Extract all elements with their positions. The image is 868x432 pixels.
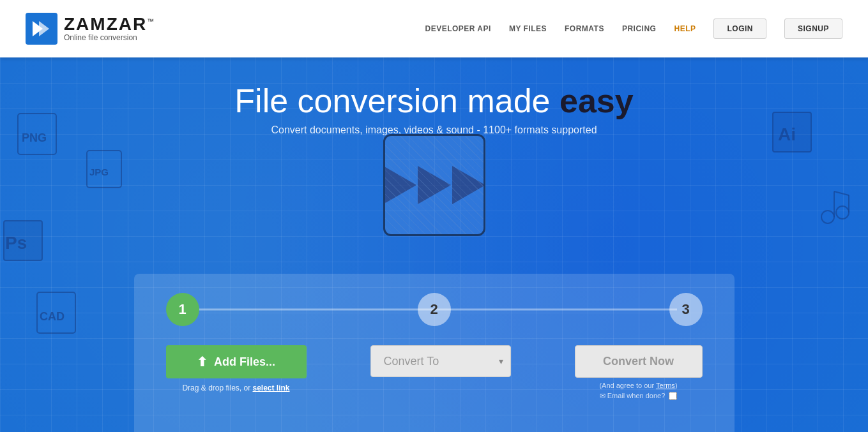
step-2: 2 [418, 293, 451, 326]
nav-formats[interactable]: FORMATS [565, 24, 604, 33]
convert-now-button[interactable]: Convert Now [575, 345, 703, 378]
main-hero: File conversion made easy Convert docume… [0, 57, 868, 432]
sketch-ai: Ai [769, 108, 817, 156]
conversion-panel: 1 2 3 ⬆ Add Files... Drag & drop files, … [134, 274, 735, 432]
terms-static: (And agree to our [599, 382, 655, 389]
triple-play-icon [383, 166, 485, 204]
select-link[interactable]: select link [253, 384, 290, 392]
svg-marker-1 [39, 21, 49, 36]
add-files-button[interactable]: ⬆ Add Files... [166, 345, 307, 378]
signup-button[interactable]: SIGNUP [784, 19, 842, 39]
sketch-ps: Ps [0, 217, 48, 265]
step-1-number: 1 [178, 301, 186, 318]
play-triangle-3 [452, 166, 485, 204]
svg-text:CAD: CAD [40, 310, 65, 323]
convert-to-select[interactable]: Convert To MP4 MP3 JPG PNG PDF DOC DOCX … [370, 345, 511, 377]
hero-title: File conversion made easy [234, 83, 633, 119]
hero-title-bold: easy [560, 82, 634, 119]
step-1: 1 [166, 293, 199, 326]
step-3-number: 3 [681, 301, 689, 318]
nav-links: DEVELOPER API MY FILES FORMATS PRICING H… [425, 19, 842, 39]
svg-point-12 [821, 211, 834, 223]
sketch-music-note [814, 185, 855, 227]
logo-area: ZAMZAR™ Online file conversion [26, 13, 155, 45]
logo-name-text: ZAMZAR [64, 14, 147, 34]
hero-text: File conversion made easy Convert docume… [234, 83, 633, 136]
sketch-jpg: JPG [83, 147, 128, 191]
nav-help[interactable]: HELP [674, 24, 696, 33]
email-row: ✉ Email when done? [600, 392, 678, 400]
center-logo-box [383, 134, 485, 236]
convert-to-col: Convert To MP4 MP3 JPG PNG PDF DOC DOCX … [370, 345, 511, 377]
terms-link[interactable]: Terms [656, 382, 675, 389]
center-logo [383, 134, 485, 236]
svg-text:Ai: Ai [778, 124, 796, 144]
header: ZAMZAR™ Online file conversion DEVELOPER… [0, 0, 868, 57]
sketch-cad: CAD [32, 287, 83, 338]
hero-title-normal: File conversion made [234, 82, 560, 119]
terms-end: ) [675, 382, 678, 389]
upload-icon: ⬆ [197, 354, 208, 369]
terms-text: (And agree to our Terms) [599, 382, 677, 389]
nav-my-files[interactable]: MY FILES [509, 24, 547, 33]
email-checkbox[interactable] [669, 392, 677, 400]
logo-tagline: Online file conversion [64, 33, 155, 42]
email-label: ✉ Email when done? [600, 392, 666, 400]
drag-drop-static: Drag & drop files, or [182, 384, 252, 392]
drag-drop-text: Drag & drop files, or select link [182, 384, 289, 392]
svg-text:JPG: JPG [89, 167, 109, 177]
logo-text: ZAMZAR™ Online file conversion [64, 15, 155, 42]
add-files-col: ⬆ Add Files... Drag & drop files, or sel… [166, 345, 307, 392]
svg-point-15 [836, 206, 849, 219]
action-row: ⬆ Add Files... Drag & drop files, or sel… [166, 345, 703, 400]
svg-line-14 [834, 191, 849, 195]
login-button[interactable]: LOGIN [713, 19, 766, 39]
logo-name: ZAMZAR™ [64, 15, 155, 33]
sketch-png: PNG [13, 108, 64, 160]
steps-bar: 1 2 3 [166, 293, 703, 326]
svg-text:PNG: PNG [22, 131, 47, 144]
logo-icon [26, 13, 57, 45]
add-files-label: Add Files... [214, 355, 275, 369]
svg-text:Ps: Ps [5, 233, 27, 253]
play-triangle-1 [383, 166, 416, 204]
nav-pricing[interactable]: PRICING [622, 24, 657, 33]
step-3: 3 [669, 293, 703, 326]
play-triangle-2 [418, 166, 451, 204]
select-wrapper: Convert To MP4 MP3 JPG PNG PDF DOC DOCX … [370, 345, 511, 377]
convert-now-col: Convert Now (And agree to our Terms) ✉ E… [575, 345, 703, 400]
nav-developer-api[interactable]: DEVELOPER API [425, 24, 491, 33]
step-2-number: 2 [430, 301, 438, 318]
logo-trademark: ™ [147, 17, 155, 25]
